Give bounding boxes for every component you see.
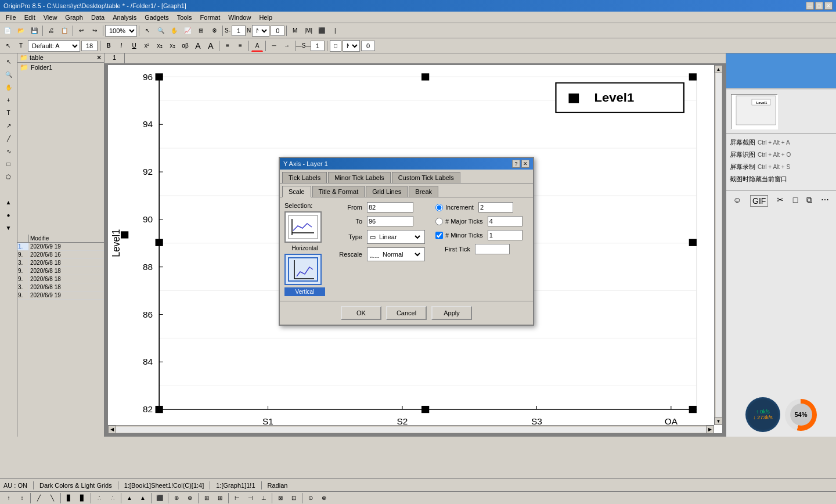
folder-item[interactable]: 📁 Folder1 bbox=[17, 63, 104, 72]
redo-btn[interactable]: ↪ bbox=[88, 24, 101, 37]
close-button[interactable]: ✕ bbox=[824, 2, 833, 10]
h-scrollbar[interactable]: ◀ ▶ bbox=[108, 425, 714, 433]
italic-btn[interactable]: I bbox=[116, 40, 127, 52]
bold-btn[interactable]: B bbox=[103, 40, 114, 52]
screenrec-item[interactable]: 屏幕录制 Ctrl + Alt + S bbox=[726, 161, 836, 173]
tab-tick-labels[interactable]: Tick Labels bbox=[282, 172, 327, 183]
align-center-btn[interactable]: ≡ bbox=[235, 40, 246, 52]
bt-extract[interactable]: ⊡ bbox=[287, 492, 300, 505]
menu-gadgets[interactable]: Gadgets bbox=[141, 13, 172, 21]
pointer-btn[interactable]: ↖ bbox=[141, 24, 154, 37]
tool-line[interactable]: ╱ bbox=[3, 132, 15, 144]
table-row-1[interactable]: 1. 2020/6/9 19 bbox=[17, 243, 104, 251]
scissors-icon[interactable]: ✂ bbox=[777, 195, 784, 207]
tab-custom-tick-labels[interactable]: Custom Tick Labels bbox=[392, 172, 460, 183]
scroll-down[interactable]: ▼ bbox=[3, 222, 15, 233]
menu-tools[interactable]: Tools bbox=[174, 13, 196, 21]
font-name-dropdown[interactable]: Default: A bbox=[28, 40, 80, 52]
menu-graph[interactable]: Graph bbox=[62, 13, 87, 21]
cursor-tool[interactable]: ↖ bbox=[2, 40, 14, 52]
table-row-4[interactable]: 9. 2020/6/8 18 bbox=[17, 267, 104, 275]
zoom-in-btn[interactable]: 🔍 bbox=[154, 24, 167, 37]
tool-select[interactable]: ↖ bbox=[3, 56, 15, 67]
minor-ticks-check[interactable] bbox=[435, 232, 443, 239]
col-btn[interactable]: | bbox=[329, 24, 341, 37]
tool-add[interactable]: + bbox=[3, 94, 15, 106]
big-a2-btn[interactable]: A bbox=[205, 40, 217, 52]
color-text-btn[interactable]: A bbox=[251, 40, 263, 52]
horizontal-thumb[interactable] bbox=[284, 211, 322, 243]
table-row-6[interactable]: 3. 2020/6/8 18 bbox=[17, 283, 104, 291]
new-btn[interactable]: 📄 bbox=[1, 24, 14, 37]
open-btn[interactable]: 📂 bbox=[15, 24, 27, 37]
settings-btn[interactable]: ⚙ bbox=[208, 24, 221, 37]
hide-win-item[interactable]: 截图时隐藏当前窗口 bbox=[726, 173, 836, 185]
menu-analysis[interactable]: Analysis bbox=[109, 13, 140, 21]
marker-btn[interactable]: M bbox=[289, 24, 301, 37]
bt-3d[interactable]: ⬛ bbox=[153, 492, 166, 505]
fill-style-dropdown[interactable]: N bbox=[343, 40, 360, 52]
zoom-dropdown[interactable]: 100% 75% 125% 150% bbox=[105, 25, 137, 37]
bt-stat[interactable]: ⊕ bbox=[170, 492, 183, 505]
tab-title-format[interactable]: Title & Format bbox=[312, 186, 365, 197]
fill-color-btn[interactable]: □ bbox=[330, 40, 341, 52]
bt-area2[interactable]: ▲ bbox=[136, 492, 149, 505]
copy-btn[interactable]: 📋 bbox=[58, 24, 71, 37]
scroll-up[interactable]: ▲ bbox=[3, 196, 15, 208]
bt-align-r[interactable]: ⊥ bbox=[257, 492, 270, 505]
scroll-v-track[interactable] bbox=[716, 73, 722, 417]
bt-align-l[interactable]: ⊢ bbox=[230, 492, 243, 505]
graph-btn[interactable]: 📈 bbox=[181, 24, 194, 37]
tool-arrow[interactable]: ↗ bbox=[3, 120, 15, 131]
screenshot-item[interactable]: 屏幕截图 Ctrl + Alt + A bbox=[726, 136, 836, 149]
bt-area[interactable]: ▲ bbox=[123, 492, 136, 505]
bt-scatter[interactable]: ∴ bbox=[93, 492, 106, 505]
minimize-button[interactable]: ─ bbox=[806, 2, 814, 10]
bt-merge[interactable]: ⊠ bbox=[274, 492, 287, 505]
to-input[interactable] bbox=[367, 216, 413, 226]
major-ticks-radio[interactable] bbox=[435, 218, 443, 225]
maximize-button[interactable]: □ bbox=[815, 2, 823, 10]
pan-btn[interactable]: ✋ bbox=[168, 24, 181, 37]
cancel-button[interactable]: Cancel bbox=[386, 306, 427, 320]
tool-rect[interactable]: □ bbox=[3, 158, 15, 170]
copy-icon[interactable]: ⧉ bbox=[806, 195, 812, 207]
bt-line2[interactable]: ╲ bbox=[46, 492, 59, 505]
undo-btn[interactable]: ↩ bbox=[75, 24, 88, 37]
tab-break[interactable]: Break bbox=[409, 186, 438, 197]
menu-format[interactable]: Format bbox=[196, 13, 224, 21]
increment-radio[interactable] bbox=[435, 204, 443, 211]
gif-btn[interactable]: GIF bbox=[750, 195, 768, 207]
menu-view[interactable]: View bbox=[40, 13, 61, 21]
ok-button[interactable]: OK bbox=[341, 306, 381, 320]
text-tool[interactable]: T bbox=[15, 40, 27, 52]
special-sub-btn[interactable]: x₂ bbox=[167, 40, 178, 52]
v-scrollbar[interactable]: ▲ ▼ bbox=[714, 65, 722, 425]
tool-text[interactable]: T bbox=[3, 107, 15, 118]
bt-arrow[interactable]: ↑ bbox=[2, 492, 15, 505]
vertical-thumb[interactable] bbox=[284, 254, 322, 285]
tool-curve[interactable]: ∿ bbox=[3, 145, 15, 157]
bt-line[interactable]: ╱ bbox=[33, 492, 45, 505]
n-dropdown[interactable]: N bbox=[252, 25, 269, 37]
apply-button[interactable]: Apply bbox=[431, 306, 472, 320]
scroll-up-btn[interactable]: ▲ bbox=[715, 65, 723, 73]
table-btn[interactable]: ⊞ bbox=[194, 24, 207, 37]
bt-zoom-g[interactable]: ⊙ bbox=[304, 492, 317, 505]
bt-align-c[interactable]: ⊣ bbox=[244, 492, 257, 505]
minor-ticks-input[interactable] bbox=[488, 230, 522, 240]
align-btn[interactable]: ⬛ bbox=[315, 24, 328, 37]
scroll-left-btn[interactable]: ◀ bbox=[108, 426, 116, 434]
dialog-close-btn[interactable]: ✕ bbox=[521, 160, 529, 168]
from-input[interactable] bbox=[367, 202, 413, 213]
menu-file[interactable]: File bbox=[2, 13, 20, 21]
table-row-7[interactable]: 9. 2020/6/9 19 bbox=[17, 291, 104, 300]
subscript-btn[interactable]: x₂ bbox=[154, 40, 165, 52]
scroll-right-btn[interactable]: ▶ bbox=[706, 426, 714, 434]
bt-bar[interactable]: ▊ bbox=[63, 492, 75, 505]
rescale-dropdown[interactable]: Normal Auto Fixed bbox=[380, 249, 422, 260]
n-input[interactable] bbox=[271, 26, 284, 36]
arrow-btn[interactable]: → bbox=[281, 40, 293, 52]
bt-arrow2[interactable]: ↕ bbox=[16, 492, 28, 505]
line-btn[interactable]: ─ bbox=[268, 40, 280, 52]
